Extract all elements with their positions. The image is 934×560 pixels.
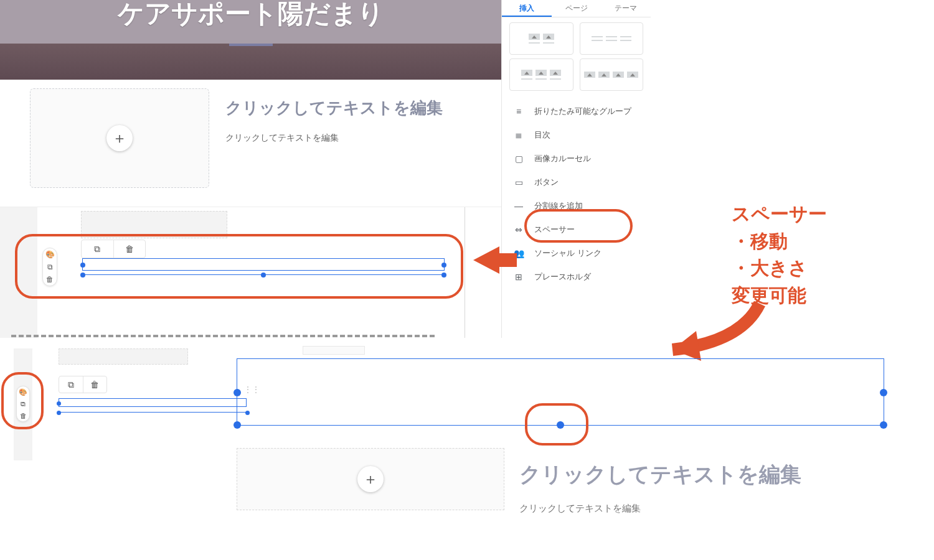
- column-guide: [465, 207, 465, 338]
- insert-list: ≡折りたたみ可能なグループ ≣目次 ▢画像カルーセル ▭ボタン —分割線を追加 …: [502, 91, 651, 297]
- layout-template-1[interactable]: [509, 22, 573, 55]
- resize-handle-bottom-center[interactable]: [557, 421, 564, 429]
- section-side-toolbar[interactable]: 🎨 ⧉ 🗑: [16, 386, 30, 422]
- trash-icon[interactable]: 🗑: [46, 275, 54, 284]
- spacer-element-selected[interactable]: [59, 398, 247, 407]
- carousel-icon: ▢: [513, 153, 524, 164]
- label: 分割線を追加: [534, 200, 583, 212]
- element-toolbar[interactable]: ⧉ 🗑: [81, 240, 146, 258]
- copy-icon[interactable]: ⧉: [82, 240, 113, 258]
- section-body[interactable]: クリックしてテキストを編集: [225, 133, 443, 144]
- resize-handle[interactable]: [880, 421, 887, 429]
- resize-handle[interactable]: [234, 421, 241, 429]
- insert-collapsible[interactable]: ≡折りたたみ可能なグループ: [502, 100, 651, 123]
- layout-template-2[interactable]: [580, 22, 644, 55]
- insert-social[interactable]: 👥ソーシャル リンク: [502, 241, 651, 265]
- insert-divider[interactable]: —分割線を追加: [502, 194, 651, 218]
- label: 折りたたみ可能なグループ: [534, 106, 631, 117]
- label: 目次: [534, 129, 550, 141]
- collapsible-icon: ≡: [513, 106, 524, 117]
- label: ボタン: [534, 177, 559, 188]
- tab-theme[interactable]: テーマ: [601, 0, 651, 17]
- hero-banner: ケアサポート陽だまり: [0, 0, 501, 80]
- resize-handle[interactable]: [441, 273, 446, 278]
- annotation-line: ・移動: [732, 228, 827, 255]
- tab-pages[interactable]: ページ: [552, 0, 601, 17]
- annotation-title: スペーサー: [732, 200, 827, 228]
- add-image-button[interactable]: ＋: [106, 125, 133, 151]
- insert-toc[interactable]: ≣目次: [502, 123, 651, 147]
- trash-icon[interactable]: 🗑: [20, 412, 27, 419]
- label: 画像カルーセル: [534, 153, 591, 164]
- trash-icon[interactable]: 🗑: [114, 240, 146, 258]
- resize-handle[interactable]: [441, 263, 446, 268]
- plus-icon: ＋: [112, 128, 127, 148]
- annotation-text: スペーサー ・移動 ・大きさ 変更可能: [732, 200, 827, 309]
- spacer-element-large[interactable]: [237, 358, 884, 426]
- layout-template-3[interactable]: [509, 58, 573, 91]
- resize-handle[interactable]: [80, 263, 85, 268]
- arrow-left-icon: [473, 246, 499, 274]
- element-toolbar[interactable]: ⧉ 🗑: [59, 376, 107, 393]
- right-sidebar: 挿入 ページ テーマ ≡折りたたみ可能なグループ ≣目: [501, 0, 651, 338]
- annotation-line: ・大きさ: [732, 254, 827, 282]
- copy-icon[interactable]: ⧉: [59, 376, 83, 393]
- section-body[interactable]: クリックしてテキストを編集: [519, 503, 801, 515]
- section-side-toolbar[interactable]: 🎨 ⧉ 🗑: [42, 248, 57, 286]
- trash-icon[interactable]: 🗑: [83, 376, 107, 393]
- insert-button[interactable]: ▭ボタン: [502, 170, 651, 194]
- label: スペーサー: [534, 224, 575, 235]
- image-placeholder[interactable]: ＋: [237, 448, 504, 510]
- layout-template-4[interactable]: [580, 58, 644, 91]
- image-placeholder[interactable]: ＋: [30, 88, 209, 188]
- resize-handle[interactable]: [57, 401, 61, 406]
- insert-spacer[interactable]: ⇔スペーサー: [502, 218, 651, 241]
- palette-icon[interactable]: 🎨: [45, 250, 55, 259]
- resize-handle[interactable]: [261, 273, 266, 278]
- spacer-icon: ⇔: [513, 224, 524, 235]
- copy-icon[interactable]: ⧉: [21, 400, 26, 408]
- copy-icon[interactable]: ⧉: [47, 263, 53, 271]
- sidebar-tabs: 挿入 ページ テーマ: [502, 0, 651, 17]
- insert-carousel[interactable]: ▢画像カルーセル: [502, 147, 651, 170]
- editor-large-preview: [237, 346, 884, 426]
- tab-insert[interactable]: 挿入: [502, 0, 552, 17]
- editor-small-preview: 🎨 ⧉ 🗑 ⧉ 🗑 ⋮⋮: [6, 348, 255, 467]
- insert-placeholder[interactable]: ⊞プレースホルダ: [502, 265, 651, 289]
- resize-handle[interactable]: [880, 389, 887, 396]
- resize-handle[interactable]: [234, 389, 241, 396]
- label: ソーシャル リンク: [534, 248, 601, 259]
- placeholder-icon: ⊞: [513, 271, 524, 282]
- palette-icon[interactable]: 🎨: [19, 388, 27, 396]
- add-image-button[interactable]: ＋: [357, 466, 384, 492]
- ghost-card: [59, 348, 188, 365]
- plus-icon: ＋: [363, 469, 378, 489]
- title-underline: [229, 44, 273, 46]
- resize-handle[interactable]: [57, 411, 61, 415]
- label: プレースホルダ: [534, 271, 591, 282]
- ghost-card: [81, 211, 227, 238]
- ghost-card: [303, 346, 365, 355]
- figure-divider: [11, 335, 435, 337]
- button-icon: ▭: [513, 177, 524, 188]
- divider-icon: —: [513, 200, 524, 212]
- section-row-1: ＋ クリックしてテキストを編集 クリックしてテキストを編集: [0, 80, 501, 207]
- spacer-element-selected[interactable]: [82, 258, 445, 271]
- site-title[interactable]: ケアサポート陽だまり: [0, 0, 501, 31]
- section-heading[interactable]: クリックしてテキストを編集: [225, 97, 443, 119]
- section-row-2: 🎨 ⧉ 🗑 ⧉ 🗑: [0, 207, 501, 338]
- section-heading[interactable]: クリックしてテキストを編集: [519, 460, 801, 489]
- resize-handle[interactable]: [80, 273, 85, 278]
- toc-icon: ≣: [513, 129, 524, 141]
